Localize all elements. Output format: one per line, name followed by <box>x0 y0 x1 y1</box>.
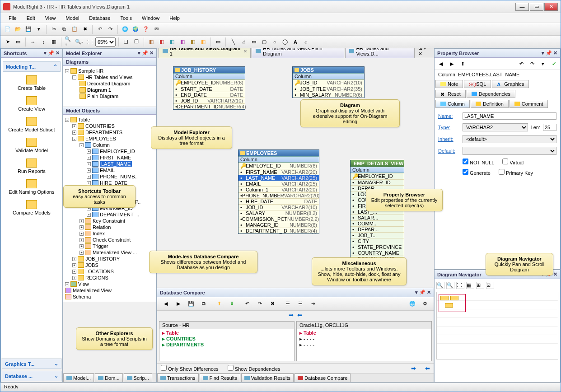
text-icon[interactable]: A <box>291 37 300 47</box>
pin-icon[interactable]: ▾ 📌 ✕ <box>542 50 557 56</box>
grid2-icon[interactable]: ⊞ <box>476 282 484 289</box>
tab-sql[interactable]: SQLSQL <box>464 80 491 88</box>
zoom-out-icon[interactable]: 🔍 <box>446 282 454 289</box>
shortcut-create-model-subset[interactable]: Create Model Subset <box>2 114 61 135</box>
show-deps-checkbox[interactable]: Show Dependencies <box>228 365 280 372</box>
dropdown-icon[interactable]: ▾ <box>34 25 43 34</box>
fit-icon[interactable]: ⛶ <box>456 282 464 289</box>
undo-icon[interactable]: ↶ <box>95 25 104 34</box>
tree-item[interactable]: +Trigger <box>65 243 154 249</box>
new-icon[interactable]: 📄 <box>3 25 12 34</box>
tab-validation-results[interactable]: Validation Results <box>241 373 294 382</box>
tree-item[interactable]: +FIRST_NAME <box>65 154 154 161</box>
cube4-icon[interactable]: ◧ <box>178 37 187 47</box>
layer-icon[interactable]: ❏ <box>122 37 131 47</box>
menu-database[interactable]: Database <box>84 14 115 22</box>
arrow-right-icon[interactable]: ➡ <box>289 312 294 318</box>
menu-window[interactable]: Window <box>137 14 164 22</box>
tab-domains[interactable]: Dom... <box>95 373 122 382</box>
delete-icon[interactable]: ✖ <box>80 25 89 34</box>
copy-icon[interactable]: ⧉ <box>60 25 69 34</box>
name-field[interactable] <box>463 112 556 120</box>
grid-icon[interactable]: ▦ <box>49 37 58 47</box>
compare-row[interactable]: ▸ - - - - <box>299 336 429 342</box>
arrow-left-icon[interactable]: ⬅ <box>425 365 430 372</box>
undo-icon[interactable]: ↶ <box>517 60 526 68</box>
line-icon[interactable]: ╲ <box>229 37 238 47</box>
notnull-checkbox[interactable]: NOT NULL <box>463 159 494 165</box>
shortcut-validate-model[interactable]: Validate Model <box>2 135 61 156</box>
arrow-right-icon[interactable]: ➡ <box>411 365 416 372</box>
tree-item[interactable]: +LOCATIONS <box>65 268 154 275</box>
doc-tab-3[interactable]: HR Tables and Views.D... <box>345 48 415 58</box>
menu-help[interactable]: Help <box>165 14 184 22</box>
ruler-icon[interactable]: ⟐ <box>301 37 310 47</box>
tree-item[interactable]: +JOB_HISTORY <box>65 256 154 262</box>
cube6-icon[interactable]: ◧ <box>199 37 208 47</box>
tree-item[interactable]: Plain Diagram <box>65 93 154 99</box>
paste-icon[interactable]: 📋 <box>70 25 79 34</box>
cube3-icon[interactable]: ◧ <box>168 37 177 47</box>
grid-icon[interactable]: ▦ <box>466 282 474 289</box>
redo-icon[interactable]: ↷ <box>255 299 265 309</box>
save-icon[interactable]: 💾 <box>24 25 33 34</box>
primarykey-checkbox[interactable]: Primary Key <box>499 169 533 176</box>
v-align-icon[interactable]: ↕ <box>39 37 48 47</box>
refresh-icon[interactable]: 🌐 <box>407 299 417 309</box>
tree-item[interactable]: +Materialized View ... <box>65 249 154 256</box>
undo-icon[interactable]: ↶ <box>242 299 252 309</box>
zoom-out-icon[interactable]: 🔍- <box>75 37 84 47</box>
list2-icon[interactable]: ☱ <box>295 299 305 309</box>
ellipse-icon[interactable]: ○ <box>270 37 279 47</box>
menu-tools[interactable]: Tools <box>116 14 136 22</box>
layer2-icon[interactable]: ❐ <box>132 37 141 47</box>
zoom-fit-icon[interactable]: ⛶ <box>85 37 94 47</box>
shortcuts-cat-database[interactable]: Database ...⌄ <box>2 371 61 381</box>
shortcut-create-view[interactable]: Create View <box>2 93 61 114</box>
nav-up-icon[interactable]: ⬆ <box>458 60 467 68</box>
close-tab-icon[interactable]: × <box>244 48 247 54</box>
tab-database-compare[interactable]: Database Compare <box>295 373 351 382</box>
tab-note[interactable]: Note <box>435 80 463 88</box>
length-field[interactable] <box>543 124 556 131</box>
expand-icon[interactable]: - <box>72 75 76 79</box>
compare-row[interactable]: ▸ COUNTRIES <box>162 336 291 342</box>
zoom-in-icon[interactable]: 🔍 <box>436 282 444 289</box>
compare-row[interactable]: ▸ - - - - <box>299 342 429 348</box>
tree-item[interactable]: +PHONE_NUMB.. <box>65 173 154 180</box>
save-icon[interactable]: 💾 <box>186 299 196 309</box>
default-select[interactable] <box>463 147 556 155</box>
redo-icon[interactable]: ↷ <box>106 25 115 34</box>
tree-item[interactable]: +Check Constraint <box>65 237 154 243</box>
tab-scripts[interactable]: Scrip... <box>124 373 152 382</box>
generate-checkbox[interactable]: Generate <box>463 169 491 176</box>
tree-item[interactable]: +Index <box>65 230 154 237</box>
up-arrow-icon[interactable]: ⬆ <box>214 299 224 309</box>
nav-fwd-icon[interactable]: ▶ <box>447 60 456 68</box>
h-align-icon[interactable]: ↔ <box>28 37 37 47</box>
entity-employees[interactable]: EMPLOYEESColumn🔑EMPLOYEE_IDNUMBER(6)•FIR… <box>238 149 319 234</box>
nav-back-icon[interactable]: ◀ <box>436 60 445 68</box>
tree-item[interactable]: +REGIONS <box>65 275 154 281</box>
minimize-button[interactable]: — <box>515 3 529 11</box>
tab-find-results[interactable]: Find Results <box>200 373 240 382</box>
tree-item[interactable]: Materialized View <box>65 287 154 294</box>
expand-icon[interactable]: - <box>65 69 69 73</box>
tab-model[interactable]: Model... <box>63 373 94 382</box>
shortcut-create-table[interactable]: Create Table <box>2 73 61 93</box>
shortcut-edit-naming[interactable]: Edit Naming Options <box>2 177 61 197</box>
tab-comment[interactable]: Comment <box>510 100 548 108</box>
compare-row[interactable]: ▸ DEPARTMENTS <box>162 342 291 348</box>
rect-icon[interactable]: ▭ <box>14 37 23 47</box>
pin-icon[interactable]: ▾ 📌 ✕ <box>44 50 60 56</box>
tree-item[interactable]: +EMAIL <box>65 167 154 173</box>
back-icon[interactable]: ◀ <box>161 299 171 309</box>
indent-icon[interactable]: ⇥ <box>308 299 318 309</box>
arrow-left-icon[interactable]: ⬅ <box>297 312 302 318</box>
tree-item[interactable]: +Relation <box>65 224 154 230</box>
zoom-in-icon[interactable]: 🔍+ <box>64 37 73 47</box>
down-arrow-icon[interactable]: ⬇ <box>227 299 237 309</box>
box-icon[interactable]: ▭ <box>214 37 223 47</box>
copy-icon[interactable]: ⧉ <box>199 299 209 309</box>
help-icon[interactable]: ❓ <box>141 25 150 34</box>
